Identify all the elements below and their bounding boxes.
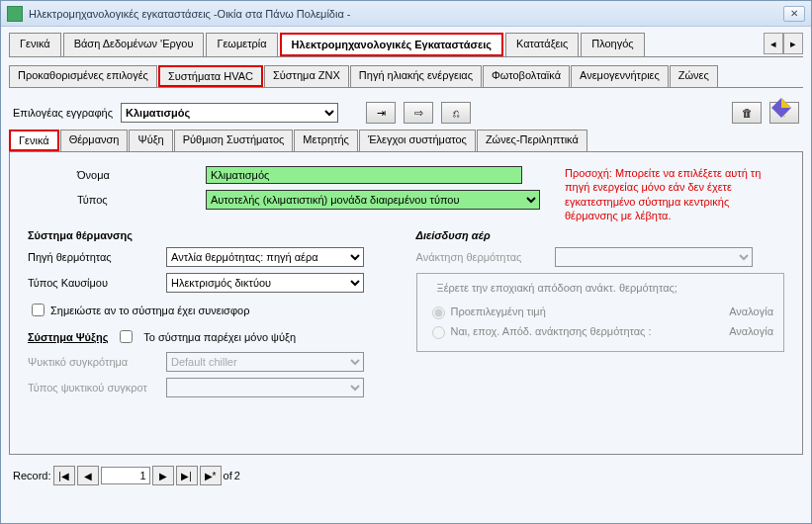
- record-selector-label: Επιλογέας εγγραφής: [13, 107, 113, 119]
- tab-mep[interactable]: Ηλεκτρομηχανολογικές Εγκαταστάσεις: [280, 33, 503, 56]
- recordnav-first[interactable]: |◀: [53, 466, 75, 485]
- radio-yes: [432, 326, 445, 339]
- subtab-defaults[interactable]: Προκαθορισμένες επιλογές: [9, 65, 157, 87]
- name-input[interactable]: [206, 166, 522, 184]
- name-label: Όνομα: [77, 169, 206, 181]
- tab-scroll-left[interactable]: ◂: [764, 33, 783, 54]
- fuel-type-select[interactable]: Ηλεκτρισμός δικτύου: [166, 273, 364, 293]
- recordnav-total: 2: [234, 470, 240, 481]
- heat-recovery-label: Ανάκτηση θερμότητας: [416, 251, 555, 263]
- window-title: Ηλεκτρομηχανολογικές εγκαταστάσεις -Οικί…: [29, 8, 350, 20]
- type-label: Τύπος: [77, 194, 206, 206]
- chiller-select: Default chiller: [166, 352, 364, 372]
- action-btn-3[interactable]: ⎌: [441, 102, 471, 124]
- recordnav-last[interactable]: ▶|: [176, 466, 198, 485]
- recordnav-new[interactable]: ▶*: [200, 466, 222, 485]
- radio-yes-label: Ναι, εποχ. Απόδ. ανάκτησης θερμότητας :: [451, 325, 652, 337]
- only-cooling-label: Το σύστημα παρέχει μόνο ψύξη: [143, 331, 296, 343]
- recordnav-prev[interactable]: ◀: [77, 466, 99, 485]
- tab-project-db[interactable]: Βάση Δεδομένων 'Εργου: [63, 33, 205, 56]
- subtab-znx[interactable]: Σύστημα ZNX: [264, 65, 349, 87]
- innertab-heating[interactable]: Θέρμανση: [60, 130, 129, 151]
- innertab-general[interactable]: Γενικά: [9, 130, 59, 151]
- radio-default: [432, 306, 445, 319]
- app-icon: [7, 6, 23, 22]
- tab-navigator[interactable]: Πλοηγός: [581, 33, 644, 56]
- innertab-meter[interactable]: Μετρητής: [294, 130, 358, 151]
- tab-scroll-right[interactable]: ▸: [783, 33, 803, 54]
- air-section-title: Διείσδυση αέρ: [416, 229, 785, 241]
- recordnav-of: of: [224, 470, 232, 481]
- action-btn-2[interactable]: ⇨: [404, 102, 433, 124]
- heating-section-title: Σύστημα θέρμανσης: [28, 229, 397, 241]
- efficiency-legend: Ξέρετε την εποχιακή απόδοση ανάκτ. θερμό…: [433, 282, 681, 294]
- chiller-label: Ψυκτικό συγκρότημα: [28, 356, 166, 368]
- subtab-solar[interactable]: Πηγή ηλιακής ενέργειας: [350, 65, 482, 87]
- subtab-zones[interactable]: Ζώνες: [670, 65, 718, 87]
- recordnav-label: Record:: [13, 470, 51, 481]
- radio-default-label: Προεπιλεγμένη τιμή: [451, 306, 546, 317]
- contribution-label: Σημειώστε αν το σύστημα έχει συνεισφορ: [50, 305, 249, 316]
- innertab-controls[interactable]: Έλεγχοι συστήματος: [359, 130, 476, 151]
- only-cooling-checkbox[interactable]: [120, 330, 133, 343]
- recordnav-next[interactable]: ▶: [152, 466, 174, 485]
- cooling-section-title: Σύστημα Ψύξης: [28, 331, 108, 343]
- record-selector[interactable]: Κλιματισμός: [121, 103, 338, 123]
- tab-classifications[interactable]: Κατατάξεις: [505, 33, 579, 56]
- heat-source-select[interactable]: Αντλία θερμότητας: πηγή αέρα: [166, 247, 364, 267]
- svg-marker-1: [781, 98, 791, 108]
- innertab-system-setup[interactable]: Ρύθμιση Συστήματος: [174, 130, 294, 151]
- innertab-zones-summary[interactable]: Ζώνες-Περιληπτικά: [477, 130, 587, 151]
- warning-text: Προσοχή: Μπορείτε να επιλέξετε αυτή τη π…: [565, 166, 782, 222]
- chiller-type-select: [166, 378, 364, 397]
- ratio-label-2: Αναλογία: [729, 325, 773, 337]
- ratio-label-1: Αναλογία: [729, 306, 773, 317]
- recordnav-current[interactable]: [101, 467, 150, 484]
- delete-btn[interactable]: 🗑: [732, 102, 762, 124]
- heat-recovery-select: [555, 247, 753, 267]
- heat-source-label: Πηγή θερμότητας: [28, 251, 166, 263]
- innertab-cooling[interactable]: Ψύξη: [129, 130, 172, 151]
- contribution-checkbox[interactable]: [32, 304, 45, 316]
- tab-general[interactable]: Γενικά: [9, 33, 61, 56]
- diamond-icon: [769, 96, 793, 120]
- subtab-pv[interactable]: Φωτοβολταϊκά: [483, 65, 570, 87]
- subtab-hvac[interactable]: Συστήματα HVAC: [158, 65, 263, 87]
- fuel-type-label: Τύπος Καυσίμου: [28, 277, 166, 289]
- subtab-wind[interactable]: Ανεμογεννήτριες: [571, 65, 669, 87]
- type-select[interactable]: Αυτοτελής (κλιματιστική) μονάδα διαιρεμέ…: [206, 190, 540, 210]
- chiller-type-label: Τύπος ψυκτικού συγκροτ: [28, 382, 166, 393]
- tab-geometry[interactable]: Γεωμετρία: [206, 33, 277, 56]
- close-icon[interactable]: ✕: [783, 6, 805, 22]
- action-btn-1[interactable]: ⇥: [366, 102, 396, 124]
